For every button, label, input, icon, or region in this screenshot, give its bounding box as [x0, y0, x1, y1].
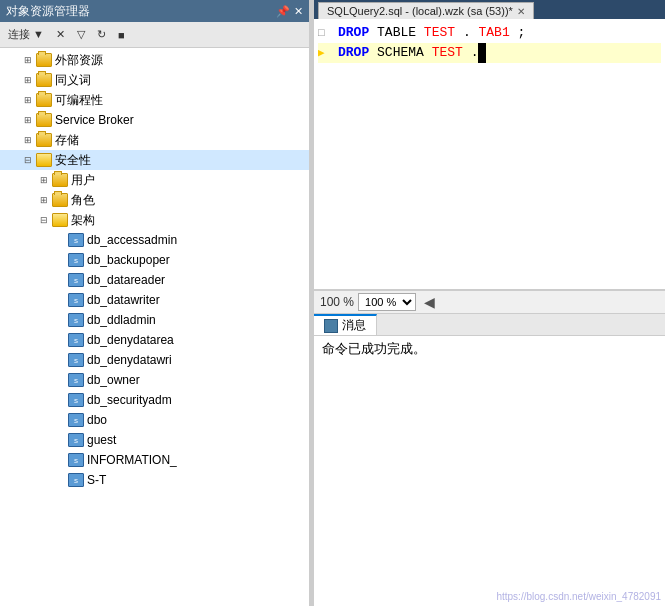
query-tab-label: SQLQuery2.sql - (local).wzk (sa (53))*	[327, 5, 513, 17]
tree-item-db-accessadmin[interactable]: s db_accessadmin	[0, 230, 309, 250]
tree-item-db-denydatawri[interactable]: s db_denydatawri	[0, 350, 309, 370]
expand-db-datareader	[52, 272, 68, 288]
tree-item-external[interactable]: ⊞ 外部资源	[0, 50, 309, 70]
tree-label-synonyms: 同义词	[55, 72, 91, 89]
connect-button[interactable]: 连接 ▼	[4, 25, 48, 44]
expand-storage[interactable]: ⊞	[20, 132, 36, 148]
tree-label-dbo: dbo	[87, 413, 107, 427]
folder-icon-schemas	[52, 213, 68, 227]
expand-external[interactable]: ⊞	[20, 52, 36, 68]
folder-icon-servicebroker	[36, 113, 52, 127]
tree-label-users: 用户	[71, 172, 95, 189]
expand-s-t	[52, 472, 68, 488]
tree-item-users[interactable]: ⊞ 用户	[0, 170, 309, 190]
expand-users[interactable]: ⊞	[36, 172, 52, 188]
close-panel-icon[interactable]: ✕	[294, 5, 303, 18]
tree-item-dbo[interactable]: s dbo	[0, 410, 309, 430]
messages-tab-icon	[324, 319, 338, 333]
schema-icon-db-datawriter: s	[68, 293, 84, 307]
tree-label-guest: guest	[87, 433, 116, 447]
expand-security[interactable]: ⊟	[20, 152, 36, 168]
folder-icon-security	[36, 153, 52, 167]
tree-item-s-t[interactable]: s S-T	[0, 470, 309, 490]
tree-label-db-denydatawri: db_denydatawri	[87, 353, 172, 367]
zoom-dropdown[interactable]: 100 % 75 % 150 %	[358, 293, 416, 311]
expand-schemas[interactable]: ⊟	[36, 212, 52, 228]
editor-line-1: □ DROP TABLE TEST . TAB1 ;	[318, 23, 661, 43]
query-tab[interactable]: SQLQuery2.sql - (local).wzk (sa (53))* ✕	[318, 2, 534, 19]
folder-icon-external	[36, 53, 52, 67]
expand-guest	[52, 432, 68, 448]
line-content-2: DROP SCHEMA TEST .	[338, 43, 478, 63]
message-text: 命令已成功完成。	[322, 341, 426, 356]
tree-item-db-securityadm[interactable]: s db_securityadm	[0, 390, 309, 410]
stop-button[interactable]: ■	[114, 27, 129, 43]
expand-servicebroker[interactable]: ⊞	[20, 112, 36, 128]
tree-item-db-ddladmin[interactable]: s db_ddladmin	[0, 310, 309, 330]
schema-icon-db-ddladmin: s	[68, 313, 84, 327]
schema-icon-db-backupoper: s	[68, 253, 84, 267]
expand-synonyms[interactable]: ⊞	[20, 72, 36, 88]
scroll-left-icon[interactable]: ◀	[424, 294, 435, 310]
tree-label-external: 外部资源	[55, 52, 103, 69]
tab-close-icon[interactable]: ✕	[517, 6, 525, 17]
tree-item-programmability[interactable]: ⊞ 可编程性	[0, 90, 309, 110]
tree-label-information: INFORMATION_	[87, 453, 177, 467]
tree-label-db-datareader: db_datareader	[87, 273, 165, 287]
filter-button[interactable]: ▽	[73, 26, 89, 43]
expand-programmability[interactable]: ⊞	[20, 92, 36, 108]
tree-label-db-backupoper: db_backupoper	[87, 253, 170, 267]
tree-item-db-backupoper[interactable]: s db_backupoper	[0, 250, 309, 270]
tree-item-information[interactable]: s INFORMATION_	[0, 450, 309, 470]
folder-icon-users	[52, 173, 68, 187]
schema-icon-information: s	[68, 453, 84, 467]
tree-item-db-denydatarea[interactable]: s db_denydatarea	[0, 330, 309, 350]
refresh-button[interactable]: ↻	[93, 26, 110, 43]
schema-icon-db-owner: s	[68, 373, 84, 387]
expand-information	[52, 452, 68, 468]
tree-item-db-owner[interactable]: s db_owner	[0, 370, 309, 390]
tree-label-security: 安全性	[55, 152, 91, 169]
line-content-1: DROP TABLE TEST . TAB1 ;	[338, 23, 525, 43]
expand-db-owner	[52, 372, 68, 388]
tree-item-storage[interactable]: ⊞ 存储	[0, 130, 309, 150]
tree-view[interactable]: ⊞ 外部资源 ⊞ 同义词 ⊞ 可编程性 ⊞ Service Broker	[0, 48, 309, 606]
tree-item-roles[interactable]: ⊞ 角色	[0, 190, 309, 210]
tree-item-guest[interactable]: s guest	[0, 430, 309, 450]
disconnect-button[interactable]: ✕	[52, 26, 69, 43]
tree-label-db-owner: db_owner	[87, 373, 140, 387]
object-explorer-panel: 对象资源管理器 📌 ✕ 连接 ▼ ✕ ▽ ↻ ■ ⊞ 外部资源 ⊞	[0, 0, 310, 606]
schema-icon-db-denydatarea: s	[68, 333, 84, 347]
tree-label-roles: 角色	[71, 192, 95, 209]
schema-icon-db-denydatawri: s	[68, 353, 84, 367]
expand-db-accessadmin	[52, 232, 68, 248]
expand-roles[interactable]: ⊞	[36, 192, 52, 208]
tree-item-db-datareader[interactable]: s db_datareader	[0, 270, 309, 290]
left-panel-header: 对象资源管理器 📌 ✕	[0, 0, 309, 22]
tab-bar: SQLQuery2.sql - (local).wzk (sa (53))* ✕	[314, 0, 665, 19]
line-indicator-2: ▶	[318, 43, 334, 63]
expand-dbo	[52, 412, 68, 428]
messages-tab-label: 消息	[342, 317, 366, 334]
pin-icon[interactable]: 📌	[276, 5, 290, 18]
tree-item-synonyms[interactable]: ⊞ 同义词	[0, 70, 309, 90]
tree-label-storage: 存储	[55, 132, 79, 149]
zoom-status-bar: 100 % 100 % 75 % 150 % ◀	[314, 290, 665, 314]
sql-editor[interactable]: □ DROP TABLE TEST . TAB1 ; ▶ DROP SCHEMA…	[314, 19, 665, 290]
tree-label-db-ddladmin: db_ddladmin	[87, 313, 156, 327]
messages-panel: 命令已成功完成。 https://blog.csdn.net/weixin_47…	[314, 336, 665, 606]
tree-item-security[interactable]: ⊟ 安全性	[0, 150, 309, 170]
schema-icon-guest: s	[68, 433, 84, 447]
tree-label-schemas: 架构	[71, 212, 95, 229]
expand-db-securityadm	[52, 392, 68, 408]
expand-db-datawriter	[52, 292, 68, 308]
messages-tab[interactable]: 消息	[314, 314, 377, 335]
schema-icon-db-accessadmin: s	[68, 233, 84, 247]
left-panel-title: 对象资源管理器	[6, 3, 90, 20]
messages-tab-bar: 消息	[314, 314, 665, 336]
tree-item-schemas[interactable]: ⊟ 架构	[0, 210, 309, 230]
expand-db-denydatawri	[52, 352, 68, 368]
tree-item-servicebroker[interactable]: ⊞ Service Broker	[0, 110, 309, 130]
expand-db-denydatarea	[52, 332, 68, 348]
tree-item-db-datawriter[interactable]: s db_datawriter	[0, 290, 309, 310]
